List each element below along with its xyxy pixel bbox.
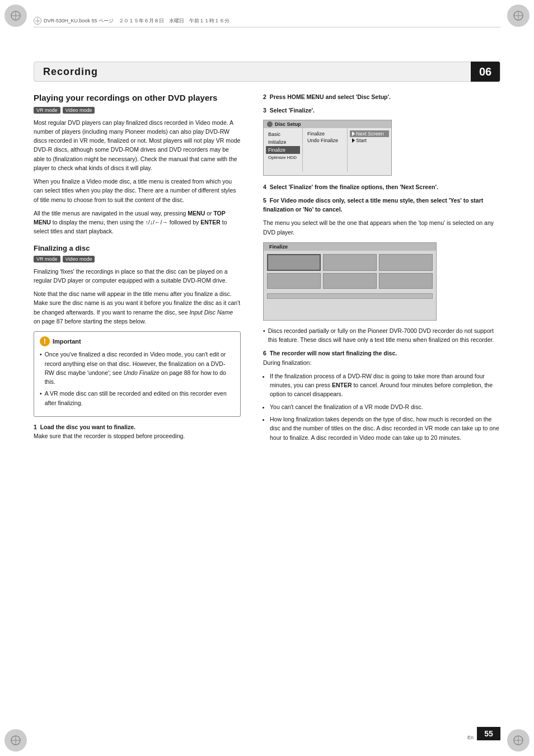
arrow-icon — [352, 132, 355, 136]
step6: 6 The recorder will now start finalizing… — [263, 349, 500, 367]
disc-setup-title: Disc Setup — [275, 121, 301, 127]
ds-finalize: Finalize — [305, 130, 345, 137]
corner-decoration-bl — [4, 729, 27, 752]
badge-vr-mode: VR mode — [34, 107, 60, 114]
fn-cell-5 — [323, 273, 377, 289]
step6-bullet-2: You can't cancel the finalization of a V… — [270, 402, 500, 411]
page-number: 55 — [477, 727, 500, 740]
warning-icon: ! — [40, 336, 50, 346]
important-box: ! Important •Once you've finalized a dis… — [34, 331, 241, 417]
ds-item-finalize: Finalize — [266, 146, 300, 154]
important-title: ! Important — [40, 336, 235, 346]
important-bullets: •Once you've finalized a disc recorded i… — [40, 350, 235, 407]
main-content: Playing your recordings on other DVD pla… — [34, 92, 500, 722]
corner-decoration-tr — [507, 4, 530, 27]
sub1-para2: Note that the disc name will appear in t… — [34, 289, 241, 326]
section-title: Playing your recordings on other DVD pla… — [34, 92, 241, 104]
step2: 2 Press HOME MENU and select 'Disc Setup… — [263, 92, 500, 101]
sub1-badge-video: Video mode — [63, 256, 95, 262]
ds-undo-finalize: Undo Finalize — [305, 137, 345, 144]
step1-text: Make sure that the recorder is stopped b… — [34, 433, 185, 439]
step5-note-list: • Discs recorded partially or fully on t… — [263, 326, 500, 345]
ds-item-optimize: Optimize HDD — [266, 154, 300, 161]
step2-text: 2 Press HOME MENU and select 'Disc Setup… — [263, 93, 391, 100]
disc-icon — [267, 121, 273, 127]
fn-cell-6 — [379, 273, 433, 289]
right-column: 2 Press HOME MENU and select 'Disc Setup… — [263, 92, 500, 447]
corner-decoration-tl — [4, 4, 27, 27]
crosshair-icon — [34, 17, 41, 25]
meta-bar: DVR-530H_KU.book 55 ページ ２０１５年６月８日 水曜日 午前… — [34, 17, 500, 27]
corner-decoration-br — [507, 729, 530, 752]
step6-sub: During finalization: — [263, 359, 311, 366]
disc-setup-content: Basic Initialize Finalize Optimize HDD F… — [264, 128, 391, 172]
badge-video-mode: Video mode — [63, 107, 95, 114]
chapter-number: 06 — [471, 62, 500, 82]
page-lang: En — [467, 735, 474, 740]
fn-cell-2 — [323, 254, 377, 271]
left-para3: All the title menus are navigated in the… — [34, 209, 241, 236]
meta-text: DVR-530H_KU.book 55 ページ ２０１５年６月８日 水曜日 午前… — [44, 17, 229, 25]
sub1-badge-vr: VR mode — [34, 256, 60, 262]
header-bar: Recording 06 — [34, 62, 500, 82]
left-para1: Most regular DVD players can play finali… — [34, 118, 241, 173]
important-bullet-2: A VR mode disc can still be recorded and… — [45, 389, 235, 407]
step5-note-item: • Discs recorded partially or fully on t… — [263, 326, 500, 345]
disc-setup-titlebar: Disc Setup — [264, 120, 391, 128]
step4: 4 Select 'Finalize' from the finalize op… — [263, 182, 500, 191]
step1: 1 Load the disc you want to finalize. Ma… — [34, 422, 241, 441]
fn-cell-1 — [267, 254, 321, 271]
step6-bullets: If the finalization process of a DVD-RW … — [270, 372, 500, 442]
step3: 3 Select 'Finalize'. — [263, 106, 500, 115]
finalize-grid — [264, 251, 436, 317]
finalize-title-text: Finalize — [269, 244, 288, 250]
ds-start: Start — [350, 137, 389, 144]
sub1-mode-badges: VR mode Video mode — [34, 256, 241, 262]
disc-setup-right-menu: Next Screen Start — [348, 128, 391, 172]
arrow-icon-2 — [352, 138, 355, 143]
finalize-screenshot: Finalize — [263, 242, 437, 321]
ds-next-screen: Next Screen — [350, 130, 389, 137]
step6-bullet-1: If the finalization process of a DVD-RW … — [270, 372, 500, 399]
step4-text: 4 Select 'Finalize' from the finalize op… — [263, 184, 438, 190]
step5-note-text: Discs recorded partially or fully on the… — [268, 326, 500, 345]
sub1-para1: Finalizing 'fixes' the recordings in pla… — [34, 267, 241, 285]
fn-cell-3 — [379, 254, 433, 271]
left-column: Playing your recordings on other DVD pla… — [34, 92, 241, 445]
left-para2: When you finalize a Video mode disc, a t… — [34, 177, 241, 204]
step1-label: 1 Load the disc you want to finalize. — [34, 424, 135, 430]
fn-bottom-bar — [267, 293, 433, 299]
step6-text: 6 The recorder will now start finalizing… — [263, 350, 397, 356]
disc-setup-screenshot: Disc Setup Basic Initialize Finalize Opt… — [263, 120, 392, 176]
page-title: Recording — [34, 66, 98, 78]
step3-text: 3 Select 'Finalize'. — [263, 107, 315, 114]
step6-bullet-3: How long finalization takes depends on t… — [270, 415, 500, 442]
sub1-title: Finalizing a disc — [34, 244, 241, 252]
fn-cell-4 — [267, 273, 321, 289]
step5-para: The menu you select will be the one that… — [263, 218, 500, 237]
disc-setup-left-menu: Basic Initialize Finalize Optimize HDD — [264, 128, 303, 172]
ds-item-basic: Basic — [266, 130, 300, 138]
ds-item-initialize: Initialize — [266, 138, 300, 146]
step5: 5 For Video mode discs only, select a ti… — [263, 196, 500, 214]
important-bullet-1: Once you've finalized a disc recorded in… — [45, 350, 235, 386]
finalize-titlebar: Finalize — [264, 243, 436, 251]
mode-badges: VR mode Video mode — [34, 107, 241, 114]
disc-setup-middle-menu: Finalize Undo Finalize — [303, 128, 348, 172]
step5-text: 5 For Video mode discs only, select a ti… — [263, 197, 483, 213]
